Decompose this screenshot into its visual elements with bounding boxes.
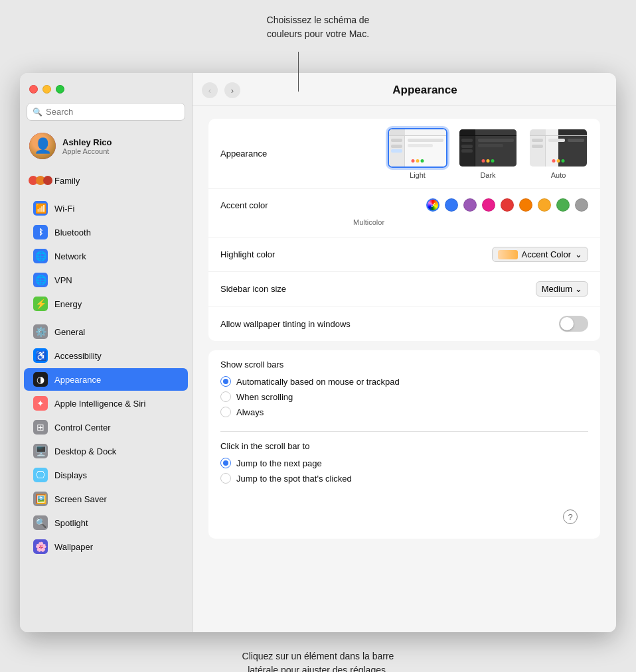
- sidebar-item-label-control-center: Control Center: [54, 423, 111, 433]
- sidebar-item-accessibility[interactable]: ♿ Accessibility: [24, 344, 188, 367]
- show-scroll-bars-title: Show scroll bars: [220, 360, 588, 370]
- accent-dot-orange[interactable]: [519, 198, 532, 212]
- appearance-option-dark[interactable]: Dark: [458, 128, 518, 179]
- radio-label-next-page: Jump to the next page: [236, 458, 322, 468]
- family-icon: [33, 173, 48, 188]
- sidebar-item-label-bluetooth: Bluetooth: [54, 228, 91, 237]
- click-radio-next-page[interactable]: Jump to the next page: [220, 458, 588, 468]
- radio-label-clicked-spot: Jump to the spot that's clicked: [236, 474, 352, 484]
- wallpaper-icon: 🌸: [33, 539, 48, 554]
- user-info: Ashley Rico Apple Account: [62, 137, 112, 155]
- scroll-radio-scrolling[interactable]: When scrolling: [220, 391, 588, 402]
- close-button[interactable]: [29, 85, 38, 94]
- sidebar-item-energy[interactable]: ⚡ Energy: [24, 293, 188, 315]
- bluetooth-icon: ᛒ: [33, 225, 48, 239]
- highlight-color-control: Accent Color ⌄: [353, 247, 588, 262]
- highlight-preview: [498, 250, 518, 259]
- apple-intelligence-icon: ✦: [33, 396, 48, 411]
- accent-dot-purple[interactable]: [463, 198, 477, 212]
- main-content: ‹ › Appearance Appearance: [193, 73, 616, 632]
- scroll-bars-card: Show scroll bars Automatically based on …: [208, 350, 600, 539]
- traffic-lights: [20, 81, 192, 103]
- callout-line: [298, 52, 299, 92]
- dark-label: Dark: [480, 171, 495, 179]
- sidebar-item-network[interactable]: 🌐 Network: [24, 245, 188, 267]
- network-icon: 🌐: [33, 249, 48, 263]
- sidebar-item-label-energy: Energy: [54, 299, 82, 309]
- user-subtitle: Apple Account: [62, 147, 112, 155]
- appearance-label: Appearance: [220, 149, 353, 159]
- highlight-color-label: Highlight color: [220, 249, 353, 259]
- sidebar-item-displays[interactable]: 🖵 Displays: [24, 464, 188, 486]
- back-button[interactable]: ‹: [202, 82, 218, 98]
- sidebar-item-vpn[interactable]: 🌐 VPN: [24, 269, 188, 291]
- click-radio-clicked-spot[interactable]: Jump to the spot that's clicked: [220, 473, 588, 484]
- appearance-thumbnails: Light: [388, 128, 588, 179]
- appearance-control: Light: [353, 128, 588, 179]
- toggle-knob: [560, 317, 574, 330]
- wallpaper-tinting-row: Allow wallpaper tinting in windows: [208, 306, 600, 341]
- avatar: 👤: [29, 133, 56, 159]
- settings-scroll: Appearance: [193, 105, 616, 632]
- general-icon: ⚙️: [33, 324, 48, 339]
- forward-button[interactable]: ›: [224, 82, 240, 98]
- sidebar-item-family[interactable]: Family: [24, 169, 188, 192]
- radio-label-scrolling: When scrolling: [236, 392, 293, 402]
- radio-inner-auto: [223, 379, 228, 384]
- wallpaper-tinting-toggle[interactable]: [559, 316, 588, 332]
- show-scroll-bars-group: Show scroll bars Automatically based on …: [208, 350, 600, 431]
- accent-selected-label: Multicolor: [353, 218, 384, 226]
- sidebar-item-bluetooth[interactable]: ᛒ Bluetooth: [24, 221, 188, 243]
- sidebar-item-general[interactable]: ⚙️ General: [24, 320, 188, 343]
- help-button[interactable]: ?: [563, 509, 578, 524]
- accent-dot-red[interactable]: [501, 198, 514, 212]
- fullscreen-button[interactable]: [56, 85, 64, 94]
- wallpaper-tinting-control: [353, 316, 588, 332]
- sidebar-item-spotlight[interactable]: 🔍 Spotlight: [24, 511, 188, 534]
- sidebar-icon-size-button[interactable]: Medium ⌄: [536, 281, 588, 297]
- radio-circle-auto: [220, 376, 231, 387]
- sidebar-item-screen-saver[interactable]: 🖼️ Screen Saver: [24, 488, 188, 510]
- minimize-button[interactable]: [42, 85, 51, 94]
- sidebar-item-label-wallpaper: Wallpaper: [54, 542, 93, 552]
- sidebar-item-label-network: Network: [54, 251, 86, 261]
- accent-dot-yellow[interactable]: [538, 198, 551, 212]
- accent-color-control: [353, 198, 588, 212]
- scroll-radio-auto[interactable]: Automatically based on mouse or trackpad: [220, 376, 588, 387]
- appearance-card: Appearance: [208, 119, 600, 341]
- wallpaper-tinting-label: Allow wallpaper tinting in windows: [220, 319, 353, 329]
- sidebar-icon-size-row: Sidebar icon size Medium ⌄: [208, 272, 600, 306]
- radio-label-auto: Automatically based on mouse or trackpad: [236, 377, 400, 387]
- sidebar-item-label-spotlight: Spotlight: [54, 518, 88, 528]
- highlight-color-button[interactable]: Accent Color ⌄: [492, 247, 588, 262]
- appearance-option-auto[interactable]: Auto: [528, 128, 588, 179]
- accent-dot-graphite[interactable]: [575, 198, 588, 212]
- highlight-color-value: Accent Color: [522, 249, 571, 259]
- title-bar: ‹ › Appearance: [193, 73, 616, 105]
- radio-label-always: Always: [236, 407, 264, 417]
- accent-dot-multicolor[interactable]: [426, 198, 439, 212]
- sidebar-item-wifi[interactable]: 📶 Wi-Fi: [24, 197, 188, 220]
- user-profile[interactable]: 👤 Ashley Rico Apple Account: [20, 127, 192, 165]
- sidebar-item-apple-intelligence[interactable]: ✦ Apple Intelligence & Siri: [24, 392, 188, 415]
- callout-top: Choisissez le schéma de couleurs pour vo…: [225, 13, 411, 41]
- search-input[interactable]: [46, 107, 179, 117]
- radio-circle-next-page: [220, 458, 231, 468]
- sidebar-item-desktop-dock[interactable]: 🖥️ Desktop & Dock: [24, 440, 188, 462]
- scroll-radio-always[interactable]: Always: [220, 407, 588, 417]
- accent-dot-blue[interactable]: [445, 198, 458, 212]
- sidebar-item-control-center[interactable]: ⊞ Control Center: [24, 416, 188, 438]
- accent-dot-pink[interactable]: [482, 198, 495, 212]
- sidebar-item-label-accessibility: Accessibility: [54, 351, 102, 361]
- appearance-icon: ◑: [33, 372, 48, 387]
- desktop-dock-icon: 🖥️: [33, 444, 48, 458]
- search-box: 🔍: [27, 103, 185, 121]
- sidebar: 🔍 👤 Ashley Rico Apple Account: [20, 73, 193, 632]
- accent-dot-green[interactable]: [556, 198, 570, 212]
- sidebar-item-appearance[interactable]: ◑ Appearance: [24, 368, 188, 391]
- click-scroll-bar-title: Click in the scroll bar to: [220, 441, 588, 451]
- sidebar-item-label-wifi: Wi-Fi: [54, 204, 74, 214]
- appearance-option-light[interactable]: Light: [388, 128, 447, 179]
- sidebar-item-wallpaper[interactable]: 🌸 Wallpaper: [24, 535, 188, 558]
- auto-label: Auto: [551, 171, 566, 179]
